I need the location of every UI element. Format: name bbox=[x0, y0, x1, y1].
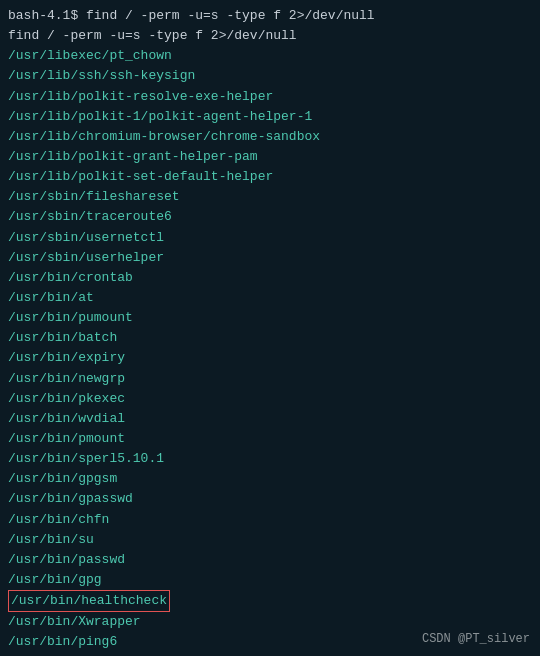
terminal-line: /usr/sbin/userhelper bbox=[8, 248, 532, 268]
terminal-line: /usr/sbin/traceroute6 bbox=[8, 207, 532, 227]
terminal-line: /usr/bin/batch bbox=[8, 328, 532, 348]
terminal-line: /usr/bin/chsh bbox=[8, 653, 532, 657]
terminal-line: /usr/bin/newgrp bbox=[8, 369, 532, 389]
watermark: CSDN @PT_silver bbox=[422, 632, 530, 646]
terminal-line: /usr/sbin/usernetctl bbox=[8, 228, 532, 248]
terminal-line: /usr/bin/passwd bbox=[8, 550, 532, 570]
terminal-line: /usr/bin/at bbox=[8, 288, 532, 308]
terminal-line: /usr/bin/su bbox=[8, 530, 532, 550]
terminal-line: /usr/lib/polkit-1/polkit-agent-helper-1 bbox=[8, 107, 532, 127]
terminal-line: /usr/bin/expiry bbox=[8, 348, 532, 368]
terminal-line: /usr/bin/gpgsm bbox=[8, 469, 532, 489]
terminal-line: /usr/bin/pumount bbox=[8, 308, 532, 328]
terminal-line: /usr/bin/gpg bbox=[8, 570, 532, 590]
terminal-line: /usr/bin/chfn bbox=[8, 510, 532, 530]
terminal-line: /usr/lib/polkit-grant-helper-pam bbox=[8, 147, 532, 167]
terminal-line: /usr/bin/Xwrapper bbox=[8, 612, 532, 632]
terminal-line: /usr/lib/polkit-set-default-helper bbox=[8, 167, 532, 187]
terminal-line: /usr/bin/crontab bbox=[8, 268, 532, 288]
terminal-line: /usr/lib/polkit-resolve-exe-helper bbox=[8, 87, 532, 107]
terminal-line: /usr/lib/chromium-browser/chrome-sandbox bbox=[8, 127, 532, 147]
terminal-line: find / -perm -u=s -type f 2>/dev/null bbox=[8, 26, 532, 46]
terminal-line: /usr/bin/sperl5.10.1 bbox=[8, 449, 532, 469]
terminal-line: /usr/bin/pmount bbox=[8, 429, 532, 449]
terminal-line: /usr/bin/wvdial bbox=[8, 409, 532, 429]
terminal-line: /usr/bin/pkexec bbox=[8, 389, 532, 409]
terminal-line: /usr/libexec/pt_chown bbox=[8, 46, 532, 66]
terminal-output: bash-4.1$ find / -perm -u=s -type f 2>/d… bbox=[8, 6, 532, 656]
terminal-line: /usr/bin/healthcheck bbox=[8, 590, 532, 612]
terminal-window: bash-4.1$ find / -perm -u=s -type f 2>/d… bbox=[0, 0, 540, 656]
terminal-line: /usr/sbin/fileshareset bbox=[8, 187, 532, 207]
terminal-line: bash-4.1$ find / -perm -u=s -type f 2>/d… bbox=[8, 6, 532, 26]
terminal-line: /usr/lib/ssh/ssh-keysign bbox=[8, 66, 532, 86]
terminal-line: /usr/bin/gpasswd bbox=[8, 489, 532, 509]
